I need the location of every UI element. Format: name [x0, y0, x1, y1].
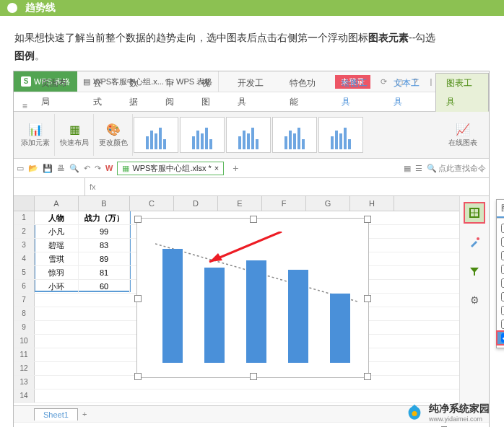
row-header[interactable]: 14 — [14, 389, 35, 402]
tab-chart-tools[interactable]: 图表工具 — [435, 73, 489, 112]
popup-tab-elements[interactable]: 图表元素 — [497, 200, 504, 218]
sheet-area[interactable]: A B C D E F G H 1人物战力（万） 2小凡99 3碧瑶83 4雪琪… — [14, 196, 459, 405]
checkbox[interactable] — [501, 237, 504, 247]
checkbox[interactable] — [501, 224, 504, 233]
tab-formulas[interactable]: 公式 — [83, 74, 119, 111]
row-header[interactable]: 1 — [14, 211, 35, 224]
cell[interactable]: 81 — [79, 266, 130, 279]
tab-draw-tools[interactable]: 绘图工具 — [331, 74, 383, 111]
col-header[interactable]: D — [174, 196, 218, 211]
popup-item-axis-title[interactable]: 轴标题 — [497, 235, 504, 249]
row-header[interactable]: 13 — [14, 376, 35, 389]
style-gallery[interactable] — [134, 117, 363, 153]
resize-handle[interactable] — [250, 216, 257, 223]
cell[interactable]: 83 — [79, 239, 130, 252]
style-item[interactable] — [226, 117, 271, 153]
fx-icon[interactable]: fx — [85, 182, 100, 191]
cell[interactable]: 碧瑶 — [35, 239, 79, 252]
style-item[interactable] — [272, 117, 317, 153]
row-header[interactable]: 7 — [14, 294, 35, 307]
row-header[interactable]: 2 — [14, 225, 35, 238]
chart-elements-button[interactable] — [464, 202, 485, 224]
chart-settings-button[interactable]: ⚙ — [464, 290, 485, 310]
checkbox[interactable] — [501, 320, 504, 329]
style-item[interactable] — [318, 117, 363, 153]
qat-misc-icon[interactable]: ☰ — [415, 164, 422, 173]
col-header[interactable]: B — [79, 196, 130, 211]
cell[interactable]: 惊羽 — [35, 266, 79, 279]
popup-item-data-table[interactable]: 数据表 — [497, 276, 504, 290]
resize-handle[interactable] — [134, 216, 142, 223]
tab-data[interactable]: 数据 — [119, 74, 155, 111]
online-chart-button[interactable]: 📈 在线图表 — [444, 114, 482, 156]
resize-handle[interactable] — [250, 373, 257, 380]
name-box[interactable] — [14, 178, 85, 195]
file-close-icon[interactable]: × — [214, 164, 219, 172]
sheet-tab[interactable]: Sheet1 — [34, 408, 78, 421]
checkbox[interactable] — [501, 306, 504, 315]
col-header[interactable]: C — [130, 196, 174, 211]
quick-layout-button[interactable]: ▦ 快速布局 — [56, 114, 94, 156]
new-tab-button[interactable]: + — [228, 162, 243, 174]
qat-preview-icon[interactable]: 🔍 — [69, 164, 79, 173]
cell[interactable]: 雪琪 — [35, 252, 79, 265]
cell[interactable]: 60 — [79, 280, 130, 293]
select-all-corner[interactable] — [14, 196, 35, 211]
menu-icon[interactable]: ≡ — [18, 98, 31, 111]
popup-item-axis[interactable]: 坐标轴 — [497, 221, 504, 235]
row-header[interactable]: 12 — [14, 362, 35, 375]
change-color-button[interactable]: 🎨 更改颜色 — [95, 114, 133, 156]
row-header[interactable]: 8 — [14, 307, 35, 320]
checkbox[interactable] — [501, 292, 504, 301]
file-tab[interactable]: ▦ WPS客服中心组.xlsx * × — [117, 162, 224, 175]
qat-new-icon[interactable]: ▭ — [17, 164, 24, 173]
popup-item-chart-title[interactable]: 图表标题 — [497, 249, 504, 263]
col-header[interactable]: H — [350, 196, 394, 211]
row-header[interactable]: 9 — [14, 321, 35, 334]
qat-cloud-icon[interactable]: ▦ — [404, 164, 411, 173]
row-header[interactable]: 3 — [14, 239, 35, 252]
col-header[interactable]: F — [262, 196, 306, 211]
tab-special[interactable]: 特色功能 — [279, 74, 331, 111]
col-header[interactable]: E — [218, 196, 262, 211]
add-element-button[interactable]: 📊 添加元素 — [17, 114, 55, 156]
row-header[interactable]: 11 — [14, 348, 35, 361]
chart-filter-button[interactable] — [464, 261, 485, 281]
resize-handle[interactable] — [364, 216, 371, 223]
row-header[interactable]: 10 — [14, 335, 35, 348]
resize-handle[interactable] — [134, 373, 142, 380]
cell[interactable]: 89 — [79, 252, 130, 265]
resize-handle[interactable] — [364, 373, 371, 380]
tab-view[interactable]: 视图 — [191, 74, 227, 111]
qat-redo-icon[interactable]: ↷ — [95, 164, 101, 173]
checkbox[interactable] — [501, 278, 504, 288]
cell[interactable]: 99 — [79, 225, 130, 238]
add-sheet-button[interactable]: + — [78, 410, 91, 418]
chart-styles-button[interactable] — [464, 232, 485, 252]
cell[interactable]: 战力（万） — [79, 211, 130, 224]
tab-page-layout[interactable]: 页面布局 — [31, 74, 83, 111]
checkbox[interactable] — [501, 265, 504, 274]
qat-undo-icon[interactable]: ↶ — [84, 164, 90, 173]
command-search[interactable]: 🔍 点此查找命令 — [427, 163, 486, 174]
cell[interactable]: 小环 — [35, 280, 79, 293]
qat-print-icon[interactable]: 🖶 — [57, 164, 65, 172]
qat-open-icon[interactable]: 📂 — [28, 164, 38, 173]
row-header[interactable]: 4 — [14, 252, 35, 265]
resize-handle[interactable] — [364, 295, 371, 302]
row-header[interactable]: 6 — [14, 280, 35, 293]
checkbox[interactable] — [501, 333, 504, 343]
style-item[interactable] — [134, 117, 178, 153]
popup-item-trendline[interactable]: 趋势线 — [497, 331, 504, 345]
col-header[interactable]: A — [35, 196, 79, 211]
embedded-chart[interactable] — [136, 218, 369, 378]
cell[interactable]: 人物 — [35, 211, 79, 224]
popup-item-error-bar[interactable]: 误差线 — [497, 290, 504, 304]
tab-dev[interactable]: 开发工具 — [227, 74, 279, 111]
tab-text-tools[interactable]: 文本工具 — [383, 74, 435, 111]
tab-review[interactable]: 审阅 — [155, 74, 191, 111]
popup-item-legend[interactable]: 图例 — [497, 317, 504, 331]
row-header[interactable]: 5 — [14, 266, 35, 279]
qat-save-icon[interactable]: 💾 — [43, 164, 53, 173]
style-item[interactable] — [180, 117, 225, 153]
